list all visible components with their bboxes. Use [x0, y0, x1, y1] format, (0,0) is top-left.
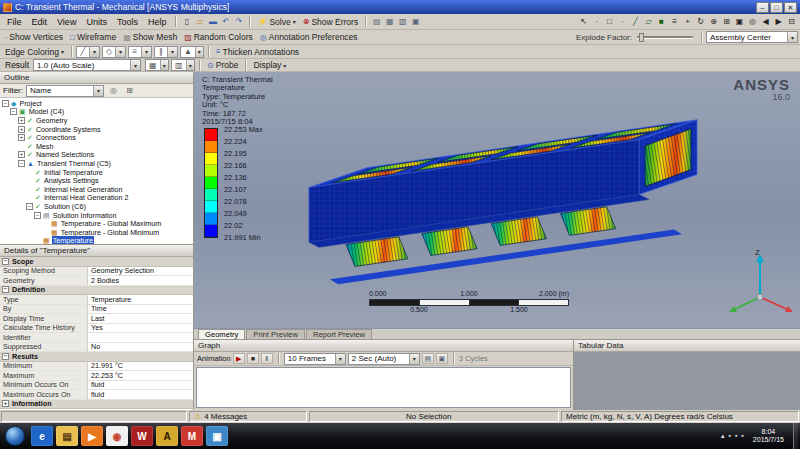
open-file-icon[interactable]: ▱ [193, 16, 206, 28]
minimize-button[interactable]: – [756, 2, 769, 13]
stop-icon[interactable]: ■ [247, 353, 259, 364]
network-icon[interactable]: ▪ [735, 432, 737, 440]
select-vertex-icon[interactable]: · [616, 16, 629, 28]
solve-button[interactable]: ⚡ Solve ▾ [254, 16, 298, 28]
details-row-by[interactable]: ByTime [0, 305, 193, 315]
tree-item-mesh[interactable]: ✓Mesh [0, 142, 193, 151]
tree-item-model-c4-[interactable]: −▣Model (C4) [0, 108, 193, 117]
ie-icon[interactable]: e [31, 426, 53, 446]
tree-expand-icon[interactable]: ⊞ [123, 85, 136, 97]
export-video-icon[interactable]: ▤ [422, 353, 434, 364]
details-row-maximum-occurs-on[interactable]: Maximum Occurs Onfluid [0, 390, 193, 400]
tree-expander-icon[interactable]: − [26, 203, 33, 210]
duration-select[interactable]: 2 Sec (Auto)▾ [348, 353, 420, 365]
snapshot-icon[interactable]: ▣ [436, 353, 448, 364]
filter-select[interactable]: Name▾ [26, 85, 104, 97]
tree-item-temperature-global-maximum[interactable]: ▦Temperature - Global Maximum [0, 219, 193, 228]
report-preview-icon[interactable]: ▧ [396, 16, 409, 28]
chart-icon[interactable]: ▦ [383, 16, 396, 28]
wireframe-button[interactable]: □Wireframe [67, 31, 119, 43]
tree-item-connections[interactable]: +✓Connections [0, 133, 193, 142]
display-dropdown-button[interactable]: Display▾ [250, 59, 289, 71]
details-row-calculate-time-history[interactable]: Calculate Time HistoryYes [0, 324, 193, 334]
random-colors-button[interactable]: ▨Random Colors [181, 31, 256, 43]
taskbar-clock[interactable]: 8:04 2015/7/15 [748, 428, 789, 444]
edge-scale-icon[interactable]: ∥▾ [154, 46, 178, 58]
previous-view-icon[interactable]: ◀ [759, 16, 772, 28]
tree-item-initial-temperature[interactable]: ✓Initial Temperature [0, 168, 193, 177]
graph-plot-area[interactable] [196, 367, 571, 408]
show-mesh-button[interactable]: ▦Show Mesh [120, 31, 180, 43]
details-row-minimum[interactable]: Minimum21.991 °C [0, 362, 193, 372]
box-select-icon[interactable]: □ [603, 16, 616, 28]
details-row-type[interactable]: TypeTemperature [0, 295, 193, 305]
details-section-information[interactable]: +Information [0, 400, 193, 410]
media-player-icon[interactable]: ▶ [81, 426, 103, 446]
tree-expander-icon[interactable]: + [18, 151, 25, 158]
contours-option-icon[interactable]: ▦▾ [145, 59, 169, 71]
explorer-icon[interactable]: ▤ [56, 426, 78, 446]
details-section-definition[interactable]: −Definition [0, 286, 193, 296]
tree-item-internal-heat-generation[interactable]: ✓Internal Heat Generation [0, 185, 193, 194]
frames-select[interactable]: 10 Frames▾ [284, 353, 346, 365]
system-icon[interactable]: ▪ [728, 432, 730, 440]
edge-thickness-icon[interactable]: ≡▾ [128, 46, 152, 58]
edge-direction-icon[interactable]: ╱▾ [76, 46, 100, 58]
tree-item-solution-information[interactable]: −▤Solution Information [0, 211, 193, 220]
edge-cross-section-icon[interactable]: ◇▾ [102, 46, 126, 58]
details-row-geometry[interactable]: Geometry2 Bodies [0, 276, 193, 286]
look-at-icon[interactable]: ◎ [746, 16, 759, 28]
graphics-viewport[interactable]: Z C: Transient Thermal Temperature Type:… [194, 72, 800, 329]
tree-expander-icon[interactable]: − [2, 100, 9, 107]
tree-item-temperature[interactable]: ▦Temperature [0, 237, 193, 245]
select-edge-icon[interactable]: ╱ [629, 16, 642, 28]
tree-item-project[interactable]: −◆Project [0, 99, 193, 108]
tab-print-preview[interactable]: Print Preview [246, 329, 305, 339]
assembly-center-select[interactable]: Assembly Center▾ [706, 31, 798, 43]
next-view-icon[interactable]: ▶ [772, 16, 785, 28]
menu-view[interactable]: View [52, 16, 81, 28]
mail-icon[interactable]: M [181, 426, 203, 446]
extend-selection-icon[interactable]: ≡ [668, 16, 681, 28]
thicken-annotations-button[interactable]: ≡ Thicken Annotations [213, 46, 302, 58]
show-errors-button[interactable]: ⊗ Show Errors [300, 16, 361, 28]
maximize-button[interactable]: □ [770, 2, 783, 13]
menu-help[interactable]: Help [143, 16, 172, 28]
image-capture-icon[interactable]: ▣ [409, 16, 422, 28]
details-row-minimum-occurs-on[interactable]: Minimum Occurs Onfluid [0, 381, 193, 391]
explode-factor-slider[interactable] [637, 36, 693, 39]
zoom-icon[interactable]: ⊕ [707, 16, 720, 28]
pan-icon[interactable]: + [681, 16, 694, 28]
play-icon[interactable]: ▶ [233, 353, 245, 364]
volume-icon[interactable]: ▪ [741, 432, 743, 440]
redo-icon[interactable]: ↷ [232, 16, 245, 28]
select-face-icon[interactable]: ▱ [642, 16, 655, 28]
menu-units[interactable]: Units [81, 16, 112, 28]
tree-item-transient-thermal-c5-[interactable]: −▲Transient Thermal (C5) [0, 159, 193, 168]
coordinate-triad[interactable]: Z [729, 248, 793, 312]
details-section-results[interactable]: −Results [0, 352, 193, 362]
tree-item-internal-heat-generation-2[interactable]: ✓Internal Heat Generation 2 [0, 194, 193, 203]
details-row-maximum[interactable]: Maximum22.253 °C [0, 371, 193, 381]
menu-edit[interactable]: Edit [27, 16, 53, 28]
edges-option-icon[interactable]: ▥▾ [171, 59, 195, 71]
show-vertices-button[interactable]: ∙Show Vertices [2, 31, 66, 43]
new-file-icon[interactable]: ▯ [180, 16, 193, 28]
details-row-display-time[interactable]: Display TimeLast [0, 314, 193, 324]
tree-item-named-selections[interactable]: +✓Named Selections [0, 151, 193, 160]
menu-tools[interactable]: Tools [112, 16, 143, 28]
tree-expander-icon[interactable]: − [10, 108, 17, 115]
tree-expander-icon[interactable]: + [18, 126, 25, 133]
single-select-icon[interactable]: ∙ [590, 16, 603, 28]
rotate-icon[interactable]: ↻ [694, 16, 707, 28]
tree-expander-icon[interactable]: + [18, 117, 25, 124]
tabular-data-body[interactable] [574, 352, 800, 410]
messages-status[interactable]: ⚠ 4 Messages [189, 411, 307, 422]
select-mode-icon[interactable]: ↖ [577, 16, 590, 28]
tree-expander-icon[interactable]: + [18, 134, 25, 141]
details-row-scoping-method[interactable]: Scoping MethodGeometry Selection [0, 267, 193, 277]
tab-report-preview[interactable]: Report Preview [306, 329, 372, 339]
edge-coloring-button[interactable]: Edge Coloring▾ [2, 46, 67, 58]
annotation-preferences-button[interactable]: ◎Annotation Preferences [257, 31, 361, 43]
probe-button[interactable]: ⊙ Probe [204, 59, 241, 71]
